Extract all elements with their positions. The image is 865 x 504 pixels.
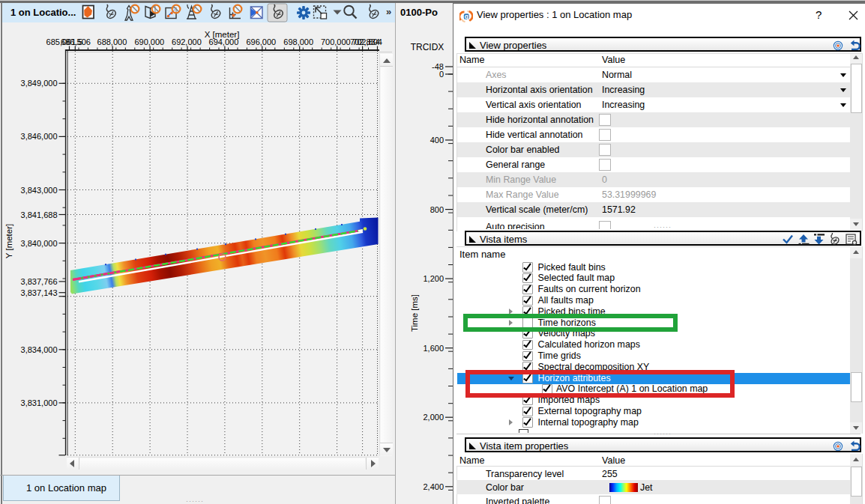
svg-text:698,000: 698,000 — [283, 37, 313, 46]
svg-text:0: 0 — [439, 70, 444, 79]
svg-text:3,837,766: 3,837,766 — [21, 277, 58, 286]
svg-text:3,846,000: 3,846,000 — [21, 132, 58, 141]
svg-text:Y [meter]: Y [meter] — [4, 224, 13, 258]
svg-text:688,000: 688,000 — [97, 37, 127, 46]
svg-text:Time [ms]: Time [ms] — [410, 294, 419, 332]
svg-text:2,000: 2,000 — [423, 413, 444, 422]
svg-text:2,400: 2,400 — [423, 482, 444, 491]
svg-text:3,841,688: 3,841,688 — [21, 210, 58, 219]
svg-text:702,804: 702,804 — [352, 37, 382, 46]
svg-text:800: 800 — [430, 205, 444, 214]
svg-text:3,837,143: 3,837,143 — [21, 288, 58, 297]
svg-text:3,849,000: 3,849,000 — [21, 79, 58, 88]
svg-text:TRCIDX: TRCIDX — [411, 42, 444, 52]
svg-text:692,000: 692,000 — [172, 37, 202, 46]
svg-text:696,000: 696,000 — [246, 37, 276, 46]
svg-text:3,834,000: 3,834,000 — [21, 345, 58, 354]
svg-text:3,843,000: 3,843,000 — [21, 186, 58, 195]
svg-text:700,000: 700,000 — [321, 37, 351, 46]
svg-text:400: 400 — [430, 136, 444, 145]
svg-text:1,200: 1,200 — [423, 274, 444, 283]
svg-text:X [meter]: X [meter] — [205, 30, 240, 39]
svg-text:690,000: 690,000 — [134, 37, 164, 46]
svg-text:3,840,000: 3,840,000 — [21, 239, 58, 248]
svg-text:1,600: 1,600 — [423, 344, 444, 353]
svg-text:g: g — [465, 13, 468, 20]
svg-text:685,061.5: 685,061.5 — [46, 37, 83, 46]
svg-text:3,831,000: 3,831,000 — [21, 398, 58, 407]
